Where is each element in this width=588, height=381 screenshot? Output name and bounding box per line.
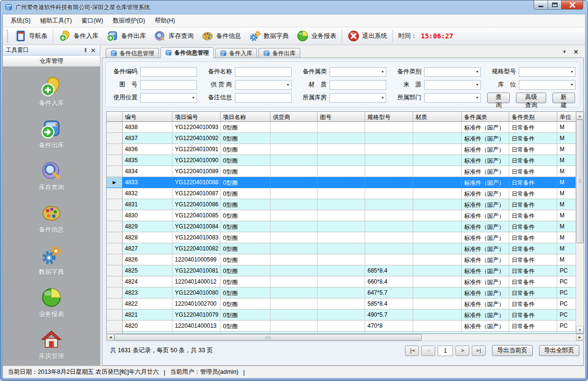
remark-input[interactable]: [235, 93, 292, 103]
scroll-left-icon[interactable]: ◀: [107, 334, 114, 341]
table-row[interactable]: 4821YG122040100790型圈490*5.7标准件（国产）日常备件PC: [107, 310, 584, 321]
query-button[interactable]: 查询: [487, 93, 510, 103]
table-row[interactable]: 4828YG122040100830型圈标准件（国产）日常备件M: [107, 232, 584, 243]
menu-item[interactable]: 辅助工具(T): [36, 15, 77, 27]
tab-list-dropdown-icon[interactable]: ▼: [561, 48, 568, 56]
column-header[interactable]: 供货商: [270, 112, 318, 122]
maximize-button[interactable]: [548, 0, 562, 10]
toolbar-button-data-dictionary[interactable]: 数据字典: [245, 29, 293, 43]
hscroll-track[interactable]: [114, 334, 576, 341]
export-all-button[interactable]: 导出全部页: [539, 345, 580, 356]
next-page-button[interactable]: >: [455, 345, 469, 356]
table-row[interactable]: ▶4833YG122040100880型圈标准件（国产）日常备件M: [107, 177, 584, 188]
column-header[interactable]: 规格型号: [365, 112, 413, 122]
toolbar-button-business-report[interactable]: 业务报表: [293, 29, 340, 43]
column-header[interactable]: 图号: [318, 112, 365, 122]
tab-parts-outbound[interactable]: 备件出库: [258, 48, 300, 58]
column-header[interactable]: 项目名称: [220, 112, 270, 122]
tab-parts-info-mgmt-1[interactable]: 备件信息管理: [106, 48, 159, 58]
sidebar-item-business-report[interactable]: 业务报表: [39, 286, 64, 319]
export-current-button[interactable]: 导出当前页: [492, 345, 533, 356]
cell: 4824: [122, 276, 172, 287]
table-vertical-scrollbar[interactable]: ▲ ▼: [576, 112, 584, 333]
prev-page-button[interactable]: <: [421, 345, 435, 356]
sidebar-item-parts-inbound[interactable]: 备件入库: [39, 75, 64, 107]
table-row[interactable]: 482612204010005990型圈标准件（国产）日常备件M: [107, 254, 584, 265]
sidebar-group-header[interactable]: 仓库管理: [3, 56, 100, 67]
table-row[interactable]: 4837YG122040100920型圈标准件（国产）日常备件M: [107, 133, 584, 144]
advanced-query-button[interactable]: 高级查询: [516, 93, 546, 103]
table-row[interactable]: 4827YG122040100820型圈标准件（国产）日常备件M: [107, 243, 584, 254]
pin-icon[interactable]: [82, 47, 89, 54]
table-row[interactable]: 4835YG122040100900型圈标准件（国产）日常备件M: [107, 155, 584, 166]
table-horizontal-scrollbar[interactable]: ◀ ▶: [106, 334, 584, 341]
spec-model-select[interactable]: ▼: [519, 67, 576, 77]
scroll-right-icon[interactable]: ▶: [576, 334, 584, 341]
toolbar-button-parts-info[interactable]: 备件信息: [197, 29, 245, 43]
sidebar-item-warehouse-mgmt[interactable]: 库房管理: [39, 329, 64, 361]
toolbar-button-parts-outbound[interactable]: 备件出库: [102, 29, 150, 43]
department-select[interactable]: ▼: [424, 93, 481, 103]
column-header[interactable]: 项目编号: [172, 112, 220, 122]
main-area: 备件信息管理备件信息管理备件入库备件出库 ▼ 备件编码备件名称备件属类▼备件类别…: [100, 45, 585, 366]
table-row[interactable]: 4838YG122040100930型圈标准件（国产）日常备件M: [107, 122, 584, 133]
sidebar-item-parts-info[interactable]: 备件信息: [39, 202, 64, 234]
menu-item[interactable]: 帮助(H): [150, 15, 180, 27]
table-row[interactable]: 482212204010027000型圈585*8.4标准件（国产）日常备件PC: [107, 298, 584, 310]
close-button[interactable]: [562, 0, 583, 10]
column-header[interactable]: 材质: [413, 112, 462, 122]
menu-item[interactable]: 系统(S): [6, 15, 36, 27]
sidebar-item-data-dictionary[interactable]: 数据字典: [39, 244, 64, 276]
part-name-input[interactable]: [235, 67, 292, 77]
material-input[interactable]: [330, 80, 386, 90]
column-header[interactable]: 备件类别: [509, 112, 557, 122]
table-row[interactable]: 4834YG122040100890型圈标准件（国产）日常备件M: [107, 166, 584, 177]
table-row[interactable]: 482412204014000120型圈660*8.4标准件（国产）日常备件PC: [107, 276, 584, 287]
column-header[interactable]: 编号: [122, 112, 172, 122]
scroll-down-icon[interactable]: ▼: [576, 326, 584, 333]
menu-item[interactable]: 窗口(W): [77, 15, 108, 27]
minimize-button[interactable]: [534, 0, 548, 10]
table-row[interactable]: 4830YG122040100850型圈标准件（国产）日常备件M: [107, 210, 584, 221]
sidebar-item-parts-outbound[interactable]: 备件出库: [39, 118, 64, 150]
drawing-no-input[interactable]: [140, 80, 197, 90]
tab-close-icon[interactable]: [572, 48, 580, 56]
table-row[interactable]: 4829YG122040100840型圈标准件（国产）日常备件M: [107, 221, 584, 232]
menubar: 系统(S)辅助工具(T)窗口(W)数据维护(D)帮助(H): [3, 14, 585, 27]
toolbar-button-parts-inbound[interactable]: 备件入库: [55, 29, 102, 43]
tab-parts-info-mgmt-2[interactable]: 备件信息管理: [160, 47, 214, 58]
supplier-select[interactable]: ▼: [235, 80, 292, 90]
menu-item[interactable]: 数据维护(D): [108, 15, 150, 27]
panel-close-icon[interactable]: [89, 47, 97, 54]
first-page-button[interactable]: |<: [405, 345, 419, 356]
column-header[interactable]: 备件属类: [462, 112, 509, 122]
column-header[interactable]: [107, 112, 122, 122]
toolbar-button-exit-system[interactable]: 退出系统: [343, 29, 391, 43]
table-row[interactable]: 4831YG122040100860型圈标准件（国产）日常备件M: [107, 199, 584, 210]
source-select[interactable]: ▼: [424, 80, 481, 90]
page-input[interactable]: 1: [438, 345, 453, 356]
part-code-input[interactable]: [140, 67, 197, 77]
table-row[interactable]: 482012204014000130型圈470*8标准件（国产）日常备件PC: [107, 321, 584, 332]
new-button[interactable]: 新建: [552, 93, 575, 103]
table-row[interactable]: 4832YG122040100870型圈标准件（国产）日常备件M: [107, 188, 584, 199]
tab-parts-inbound[interactable]: 备件入库: [215, 48, 257, 58]
vscroll-thumb[interactable]: [576, 119, 584, 243]
warehouse-select[interactable]: ▼: [330, 93, 386, 103]
table-row[interactable]: 4836YG122040100910型圈标准件（国产）日常备件M: [107, 144, 584, 155]
vscroll-track[interactable]: [576, 119, 584, 326]
location-select[interactable]: ▼: [519, 80, 576, 90]
toolbar-button-stock-query[interactable]: 库存查询: [150, 29, 197, 43]
usage-position-select[interactable]: ▼: [140, 93, 197, 103]
table-row[interactable]: 4823YG122040100800型圈647*5.7标准件（国产）日常备件PC: [107, 287, 584, 298]
sidebar-item-stock-query[interactable]: 库存查询: [39, 160, 64, 192]
hscroll-thumb[interactable]: [114, 334, 422, 341]
chevron-down-icon: ▼: [286, 83, 290, 86]
toolbar-button-navbar[interactable]: 导航条: [10, 29, 51, 43]
table-row[interactable]: 4825YG122040100810型圈685*8.4标准件（国产）日常备件PC: [107, 265, 584, 276]
last-page-button[interactable]: >|: [472, 345, 486, 356]
column-header[interactable]: 单位: [557, 112, 576, 122]
part-type-select[interactable]: ▼: [424, 67, 481, 77]
scroll-up-icon[interactable]: ▲: [576, 112, 584, 119]
part-category-select[interactable]: ▼: [330, 67, 386, 77]
